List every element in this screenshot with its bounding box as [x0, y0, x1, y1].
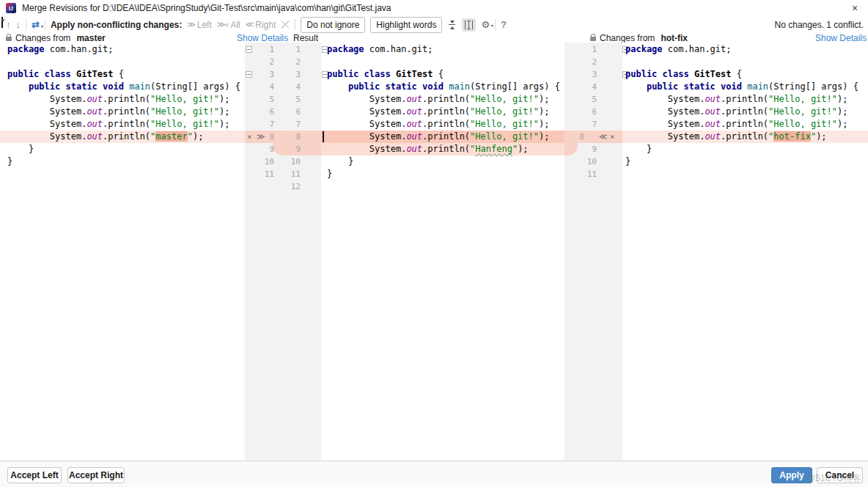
- gutter-row: 3: [564, 68, 622, 81]
- code-token: );: [837, 119, 847, 129]
- left-branch-name: master: [76, 33, 105, 43]
- dropdown-caret-icon: ▾: [41, 22, 43, 32]
- code-token: );: [219, 94, 229, 104]
- code-token: public class: [327, 69, 391, 79]
- code-token: System.: [625, 119, 705, 129]
- code-token: }: [7, 144, 34, 154]
- gutter-row: 6: [564, 106, 622, 118]
- apply-all-button[interactable]: ≫« All: [217, 20, 240, 30]
- gutter-row: 1: [564, 43, 622, 56]
- window-title: Merge Revisions for D:\IDEA\IDEA\SpringS…: [22, 3, 391, 13]
- right-editor[interactable]: package com.han.git;public class GitTest…: [622, 43, 868, 461]
- right-show-details-link[interactable]: Show Details: [815, 33, 867, 43]
- code-token: .println(: [721, 94, 768, 104]
- code-token: .println(: [103, 106, 150, 117]
- code-token: .println(: [103, 119, 150, 129]
- line-number: 3: [274, 68, 301, 81]
- collapse-unchanged-icon[interactable]: [447, 20, 457, 30]
- ignore-change-icon[interactable]: ×: [610, 131, 615, 143]
- apply-all-non-conflicting-icon[interactable]: ⇄▾: [32, 20, 40, 29]
- code-token: );: [219, 106, 229, 117]
- code-token: );: [518, 144, 528, 154]
- line-number: 1: [564, 43, 597, 56]
- apply-non-conflicting-label: Apply non-conflicting changes:: [51, 20, 182, 30]
- code-token: .println(: [721, 131, 768, 142]
- code-line: System.out.println("Hello, git!");: [622, 93, 868, 106]
- code-token: "Hello, git!": [150, 106, 219, 117]
- columns-icon: [465, 21, 473, 29]
- code-token: "Hello, git!": [150, 119, 219, 129]
- accept-right-button[interactable]: Accept Right: [67, 467, 125, 483]
- line-number: 11: [564, 168, 597, 180]
- code-token: public class: [625, 69, 689, 79]
- chevron-both-icon: ≫«: [217, 20, 229, 29]
- close-icon[interactable]: ×: [845, 1, 865, 15]
- accept-change-icon[interactable]: ≪: [599, 131, 608, 143]
- result-editor[interactable]: package com.han.git;public class GitTest…: [321, 43, 564, 461]
- code-line: public class GitTest {: [0, 68, 245, 81]
- code-token: .println(: [422, 119, 470, 129]
- code-token: ": [188, 131, 193, 142]
- previous-difference-icon[interactable]: ↑: [6, 20, 11, 29]
- right-panel-header: Changes fromhot-fix: [590, 33, 688, 43]
- code-token: [391, 69, 396, 79]
- help-icon[interactable]: ?: [501, 19, 507, 30]
- code-token: "Hello, git!": [768, 106, 837, 117]
- code-token: out: [406, 106, 422, 117]
- accept-left-button[interactable]: Accept Left: [7, 467, 62, 483]
- left-show-details-link[interactable]: Show Details: [237, 33, 288, 43]
- highlight-mode-select[interactable]: Highlight words ▾: [370, 17, 442, 33]
- code-token: );: [539, 131, 549, 142]
- code-line: }: [0, 155, 245, 168]
- code-line: }: [321, 168, 564, 180]
- code-line: System.out.println("master");: [0, 131, 245, 143]
- settings-gear-icon[interactable]: ⚙▾: [481, 20, 490, 29]
- apply-left-button[interactable]: ≫ Left: [187, 20, 212, 30]
- left-panel-header: Changes frommaster: [6, 33, 106, 43]
- code-line: System.out.println("Hello, git!");: [622, 106, 868, 118]
- code-token: out: [406, 94, 422, 104]
- line-number: 2: [564, 56, 597, 68]
- code-token: "Hello, git!": [768, 94, 837, 104]
- toolbar-separator: [45, 19, 45, 30]
- gutter-row: 10: [564, 155, 622, 168]
- code-token: master: [155, 131, 187, 142]
- code-token: {: [433, 69, 444, 79]
- code-line: System.out.println("Hello, git!");: [0, 93, 245, 106]
- code-token: Hanfeng: [475, 144, 512, 154]
- code-line: }: [0, 143, 245, 155]
- line-number: 4: [245, 81, 274, 93]
- code-token: out: [705, 119, 721, 129]
- code-line: package com.han.git;: [321, 43, 564, 56]
- code-line: [0, 56, 245, 68]
- code-token: com.han.git;: [45, 44, 114, 54]
- ignore-policy-select[interactable]: Do not ignore ▾: [301, 17, 365, 33]
- code-token: (String[] args) {: [470, 81, 560, 92]
- line-number: 5: [564, 93, 597, 106]
- code-token: );: [539, 106, 549, 117]
- code-token: public static void: [29, 81, 124, 92]
- chevron-right-icon: ≫: [187, 20, 195, 29]
- line-number: 11: [245, 168, 274, 180]
- sync-columns-toggle[interactable]: [462, 18, 476, 32]
- code-token: com.han.git;: [364, 44, 433, 54]
- code-token: System.: [327, 94, 406, 104]
- chevron-down-icon: ▾: [1, 17, 3, 28]
- code-token: }: [327, 156, 353, 166]
- line-number: 10: [245, 155, 274, 168]
- line-number: 3: [564, 68, 597, 81]
- left-editor[interactable]: package com.han.git;public class GitTest…: [0, 43, 245, 461]
- highlight-mode-value: Highlight words: [376, 20, 436, 30]
- code-line: package com.han.git;: [622, 43, 868, 56]
- code-token: out: [87, 131, 103, 142]
- code-line: public class GitTest {: [622, 68, 868, 81]
- next-difference-icon[interactable]: ↓: [16, 20, 21, 29]
- code-token: out: [87, 119, 103, 129]
- code-line: System.out.println("Hello, git!");: [622, 118, 868, 131]
- apply-right-button[interactable]: ≪ Right: [246, 20, 276, 30]
- code-line: [622, 56, 868, 68]
- code-token: System.: [7, 94, 87, 104]
- conflict-status-text: No changes. 1 conflict.: [775, 20, 864, 30]
- line-number: 1: [245, 43, 274, 56]
- chevron-left-icon: ≪: [246, 20, 254, 29]
